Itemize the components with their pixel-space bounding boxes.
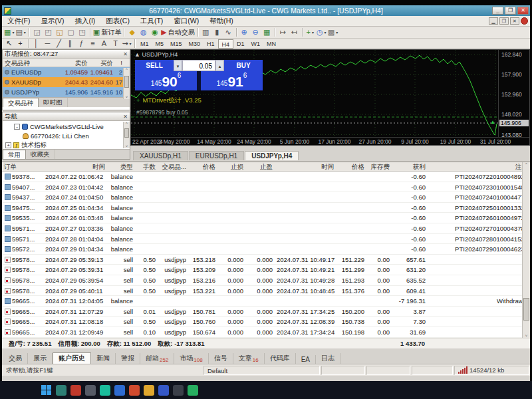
history-row[interactable]: 59665...2024.07.31 12:07:29sell0.01usdjp… <box>2 307 530 317</box>
history-column-header[interactable]: 类型 <box>107 162 135 171</box>
status-profile[interactable]: Default <box>203 366 320 375</box>
navigator-scrollbar[interactable]: ^˅ <box>123 122 130 148</box>
terminal-tab-账户历史[interactable]: 账户历史 <box>53 352 91 364</box>
navigator-tab-收藏夹[interactable]: 收藏夹 <box>26 150 55 159</box>
history-column-header[interactable]: 订单 <box>2 162 43 171</box>
indicators-button[interactable]: ◆ <box>126 27 138 37</box>
market-watch-tab-即时图[interactable]: 即时图 <box>39 98 68 107</box>
autotrading-button[interactable]: ▶自动交易 <box>160 27 195 37</box>
add-indicator-button[interactable]: +▾ <box>305 27 316 37</box>
sell-price[interactable]: 145 90 6 <box>135 71 197 90</box>
terminal-button[interactable]: ▢ <box>65 27 76 37</box>
chart-tab-eurusdp-h1[interactable]: EURUSDp,H1 <box>189 151 244 160</box>
history-row[interactable]: 59535...2024.07.26 01:03:48balance-0.60P… <box>2 213 530 223</box>
periods-button[interactable]: ◷▾ <box>316 27 327 37</box>
history-row[interactable]: 59437...2024.07.24 01:04:50balance-0.60P… <box>2 192 530 203</box>
terminal-tab-代码库[interactable]: 代码库 <box>265 353 296 364</box>
menu-item[interactable]: 帮助(H) <box>204 17 239 26</box>
chart-tab-xauusdp-h1[interactable]: XAUUSDp,H1 <box>133 151 188 160</box>
buy-button[interactable]: BUY <box>224 60 263 71</box>
volume-up-icon[interactable]: ▴ <box>215 60 224 71</box>
history-row[interactable]: 59578...2024.07.29 05:40:11sell0.50usdjp… <box>2 286 530 297</box>
market-watch-close-icon[interactable]: ✕ <box>123 51 128 57</box>
history-column-header[interactable]: 止盈 <box>245 162 275 171</box>
history-row[interactable]: 59378...2024.07.22 01:06:42balance-0.60P… <box>2 172 530 182</box>
history-column-header[interactable]: 获利 <box>392 162 428 171</box>
menu-item[interactable]: 显示(V) <box>35 17 69 26</box>
taskbar-app-2[interactable] <box>70 385 81 396</box>
history-column-header[interactable]: 手数 <box>135 162 158 171</box>
templates-button[interactable]: ▩▾ <box>327 27 338 37</box>
market-watch-row-xauusdp[interactable]: XAUUSDp2404.432404.6017 <box>3 77 130 87</box>
strategy-tester-button[interactable]: ◳ <box>76 27 88 37</box>
timeframe-w1[interactable]: W1 <box>248 39 264 49</box>
minimize-button[interactable]: _ <box>492 7 503 15</box>
maximize-button[interactable]: ❐ <box>505 7 516 15</box>
child-minimize-button[interactable]: ▁ <box>489 17 498 25</box>
terminal-tab-日志[interactable]: 日志 <box>316 353 340 364</box>
timeframe-m5[interactable]: M5 <box>152 39 168 49</box>
bar-chart-button[interactable]: ▥ <box>200 27 211 37</box>
cursor-button[interactable]: ↖ <box>3 39 15 49</box>
market-watch-tab-交易品种[interactable]: 交易品种 <box>3 98 39 107</box>
timeframe-m15[interactable]: M15 <box>167 39 186 49</box>
sell-button[interactable]: SELL <box>135 60 174 71</box>
experts-button[interactable]: ◍ <box>138 27 149 37</box>
child-restore-button[interactable]: ❐ <box>499 17 509 25</box>
community-icon[interactable] <box>521 17 528 25</box>
buy-price[interactable]: 145 91 6 <box>201 71 263 90</box>
market-watch-scrollbar[interactable]: ^˅ <box>123 68 130 99</box>
taskbar-app-6[interactable] <box>129 385 140 396</box>
terminal-tab-市场[interactable]: 市场108 <box>174 353 208 364</box>
line-chart-button[interactable]: ∿ <box>223 27 234 37</box>
navigator-item[interactable]: -CWGMarketsSVGLtd-Live <box>3 122 130 131</box>
market-watch-column-header[interactable]: 卖价 <box>55 59 89 66</box>
history-row[interactable]: 59571...2024.07.27 01:03:36balance-0.60P… <box>2 223 530 234</box>
collapse-icon[interactable]: - <box>14 124 20 130</box>
navigator-tab-常用[interactable]: 常用 <box>3 150 26 159</box>
history-row[interactable]: 59665...2024.07.31 12:08:18sell0.50usdjp… <box>2 317 530 327</box>
history-row[interactable]: 59578...2024.07.29 05:39:31sell0.50usdjp… <box>2 265 530 275</box>
label-button[interactable]: T <box>110 39 121 49</box>
chart-tab-usdjpyp-h4[interactable]: USDJPYp,H4 <box>245 151 299 160</box>
timeframe-d1[interactable]: D1 <box>233 39 248 49</box>
close-button[interactable]: ✕ <box>517 7 529 15</box>
history-row[interactable]: 59572...2024.07.29 01:04:34balance-0.60P… <box>2 244 530 255</box>
fibonacci-button[interactable]: ƒ <box>76 39 87 49</box>
market-watch-column-header[interactable]: 交易品种 <box>3 59 55 66</box>
crosshair-button[interactable]: + <box>15 39 26 49</box>
start-button[interactable] <box>41 385 52 396</box>
timeframe-mn[interactable]: MN <box>263 39 279 49</box>
auto-scroll-button[interactable]: ↦ <box>277 27 289 37</box>
volume-input[interactable]: 0.05 <box>182 60 215 71</box>
history-column-header[interactable]: 时间 <box>275 162 336 171</box>
terminal-tab-ea[interactable]: EA <box>296 355 316 364</box>
menu-item[interactable]: 图表(C) <box>100 17 135 26</box>
history-row[interactable]: 59578...2024.07.29 05:39:13sell0.50usdjp… <box>2 255 530 265</box>
trendline-button[interactable]: ╱ <box>53 39 65 49</box>
terminal-tab-展示[interactable]: 展示 <box>28 353 53 364</box>
history-column-header[interactable]: 价格 <box>336 162 366 171</box>
menu-item[interactable]: 文件(F) <box>2 17 35 26</box>
timeframe-h4[interactable]: H4 <box>218 39 234 49</box>
taskbar-app-10[interactable] <box>188 385 198 396</box>
market-watch-button[interactable]: ◲ <box>31 27 43 37</box>
timeframe-m30[interactable]: M30 <box>186 39 204 49</box>
market-watch-row-usdjpyp[interactable]: USDJPYp145.906145.91610 <box>3 87 130 97</box>
history-column-header[interactable]: 交易品... <box>158 162 188 171</box>
market-watch-column-header[interactable]: 买价 <box>89 59 114 66</box>
scripts-button[interactable]: ◉ <box>149 27 160 37</box>
volume-down-icon[interactable]: ▾ <box>174 60 182 71</box>
new-chart-button[interactable]: ▦▾ <box>3 27 15 37</box>
channel-button[interactable]: ∥ <box>65 39 76 49</box>
taskbar-app-8[interactable] <box>158 385 169 396</box>
menu-item[interactable]: 插入(I) <box>69 17 100 26</box>
timeframe-m1[interactable]: M1 <box>137 39 152 49</box>
taskbar-app-4[interactable] <box>100 385 110 396</box>
horizontal-line-button[interactable]: ─ <box>42 39 53 49</box>
expand-icon[interactable]: + <box>5 142 11 148</box>
zoom-out-button[interactable]: ⊖ <box>250 27 261 37</box>
terminal-tab-信号[interactable]: 信号 <box>209 353 233 364</box>
zoom-in-button[interactable]: ⊕ <box>239 27 250 37</box>
terminal-tab-警报[interactable]: 警报 <box>116 353 140 364</box>
